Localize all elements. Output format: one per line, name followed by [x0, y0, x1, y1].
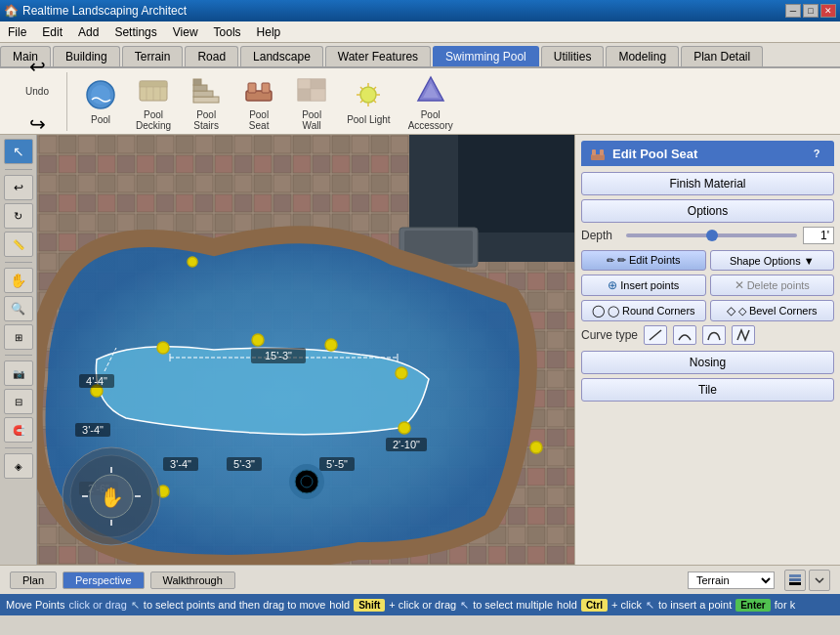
menu-add[interactable]: Add: [70, 23, 106, 41]
tile-button[interactable]: Tile: [581, 378, 834, 402]
curve-type-btn-2[interactable]: [673, 325, 696, 345]
nosing-button[interactable]: Nosing: [581, 351, 834, 374]
pool-button[interactable]: Pool: [77, 74, 124, 128]
shape-options-arrow-icon: ▼: [804, 255, 815, 267]
canvas-area[interactable]: 15'-3" 4'-4" 3'-4" 2'-6" 3'-4" 5'-3" 5'-…: [37, 135, 574, 565]
pool-icon: [83, 77, 118, 112]
tab-modeling[interactable]: Modeling: [606, 46, 679, 66]
svg-point-74: [301, 476, 313, 487]
ctrl-key-badge: Ctrl: [581, 599, 608, 612]
camera-tool-button[interactable]: 📷: [4, 360, 33, 386]
enter-key-badge: Enter: [735, 599, 771, 612]
svg-rect-3: [140, 81, 167, 87]
tab-plan-detail[interactable]: Plan Detail: [681, 46, 763, 66]
menu-help[interactable]: Help: [249, 23, 289, 41]
zoom-extent-button[interactable]: ⊞: [4, 324, 33, 350]
status-text-6: to select multiple: [473, 599, 553, 611]
svg-text:3'-4": 3'-4": [170, 458, 191, 470]
terrain-dropdown[interactable]: Terrain Street Level Custom: [688, 572, 775, 589]
chevron-down-icon: [813, 573, 826, 587]
view-icon-btn-2[interactable]: [809, 570, 830, 591]
tab-terrain[interactable]: Terrain: [122, 46, 184, 66]
plan-view-tab[interactable]: Plan: [10, 572, 57, 589]
select-tool-button[interactable]: ↖: [4, 139, 33, 164]
curve-type-btn-3[interactable]: [702, 325, 726, 345]
menu-file[interactable]: File: [0, 23, 34, 41]
rotate-tool-button[interactable]: ↻: [4, 203, 33, 229]
tab-road[interactable]: Road: [185, 46, 238, 66]
tab-swimming-pool[interactable]: Swimming Pool: [433, 46, 539, 66]
pool-decking-button[interactable]: PoolDecking: [130, 69, 177, 134]
view-icon-btn-1[interactable]: [784, 570, 806, 591]
svg-rect-15: [298, 79, 311, 89]
extra-tool-button[interactable]: ◈: [4, 453, 33, 479]
insert-points-label: Insert points: [620, 279, 679, 291]
main-area: ↖ ↩ ↻ 📏 ✋ 🔍 ⊞ 📷 ⊟ 🧲 ◈: [0, 135, 840, 565]
svg-line-25: [373, 100, 376, 103]
svg-line-27: [360, 100, 363, 103]
pool-light-button[interactable]: Pool Light: [341, 74, 396, 128]
close-button[interactable]: ✕: [820, 4, 836, 18]
delete-points-button[interactable]: ✕ Delete points: [710, 275, 835, 296]
magnet-tool-button[interactable]: 🧲: [4, 417, 33, 443]
tab-utilities[interactable]: Utilities: [541, 46, 605, 66]
menu-settings[interactable]: Settings: [106, 23, 164, 41]
pool-seat-button[interactable]: PoolSeat: [235, 69, 282, 134]
depth-slider[interactable]: [626, 233, 797, 237]
svg-rect-7: [193, 97, 219, 103]
help-button[interactable]: ?: [807, 145, 826, 162]
finish-material-button[interactable]: Finish Material: [581, 172, 834, 195]
round-corners-icon: ◯: [592, 304, 605, 318]
perspective-view-tab[interactable]: Perspective: [63, 572, 144, 589]
round-corners-label: ◯ Round Corners: [608, 305, 695, 318]
curve-smooth-icon: [677, 328, 693, 342]
svg-point-50: [530, 442, 542, 453]
tab-water-features[interactable]: Water Features: [325, 46, 431, 66]
zoom-tool-button[interactable]: 🔍: [4, 296, 33, 321]
measure-tool-button[interactable]: 📏: [4, 232, 33, 257]
round-corners-button[interactable]: ◯ ◯ Round Corners: [581, 300, 706, 321]
undo-tool-button[interactable]: ↩: [4, 175, 33, 200]
pool-accessory-icon: [413, 72, 448, 107]
curve-linear-icon: [648, 328, 663, 342]
shift-key-badge: Shift: [354, 599, 385, 612]
edit-points-button[interactable]: ✏ ✏ Edit Points: [581, 250, 706, 271]
status-text-9: to insert a point: [658, 599, 732, 611]
curve-type-btn-1[interactable]: [644, 325, 667, 345]
pool-stairs-button[interactable]: PoolStairs: [183, 69, 230, 134]
pool-stairs-icon: [189, 72, 224, 107]
svg-rect-86: [789, 578, 801, 581]
pool-wall-button[interactable]: PoolWall: [288, 69, 335, 134]
maximize-button[interactable]: □: [803, 4, 819, 18]
walkthrough-view-tab[interactable]: Walkthrough: [150, 572, 235, 589]
pool-decking-label: PoolDecking: [136, 109, 171, 131]
menu-tools[interactable]: Tools: [206, 23, 249, 41]
tab-building[interactable]: Building: [53, 46, 120, 66]
menu-edit[interactable]: Edit: [34, 23, 70, 41]
pool-accessory-button[interactable]: PoolAccessory: [402, 69, 459, 134]
shape-options-button[interactable]: Shape Options ▼: [710, 250, 835, 271]
bevel-corners-button[interactable]: ◇ ◇ Bevel Corners: [710, 300, 835, 321]
svg-text:✋: ✋: [100, 486, 124, 509]
pool-light-icon: [351, 77, 386, 112]
separator3: [5, 355, 32, 356]
svg-rect-8: [193, 91, 213, 97]
pool-stairs-label: PoolStairs: [193, 109, 219, 131]
svg-text:15'-3": 15'-3": [265, 350, 292, 361]
pan-tool-button[interactable]: ✋: [4, 268, 33, 293]
insert-points-button[interactable]: ⊕ Insert points: [581, 275, 706, 296]
undo-button[interactable]: ↩ Undo: [14, 46, 61, 100]
options-button[interactable]: Options: [581, 199, 834, 223]
svg-rect-10: [193, 79, 201, 85]
depth-row: Depth 1': [581, 227, 834, 244]
menu-view[interactable]: View: [165, 23, 206, 41]
status-text-10: for k: [775, 599, 795, 611]
tab-landscape[interactable]: Landscape: [240, 46, 323, 66]
curve-type-label: Curve type: [581, 328, 640, 342]
minimize-button[interactable]: ─: [785, 4, 801, 18]
pool-accessory-label: PoolAccessory: [408, 109, 453, 131]
curve-type-btn-4[interactable]: [732, 325, 755, 345]
app-title: 🏠 Realtime Landscaping Architect: [4, 4, 187, 18]
grid-tool-button[interactable]: ⊟: [4, 389, 33, 414]
svg-rect-16: [311, 79, 325, 89]
